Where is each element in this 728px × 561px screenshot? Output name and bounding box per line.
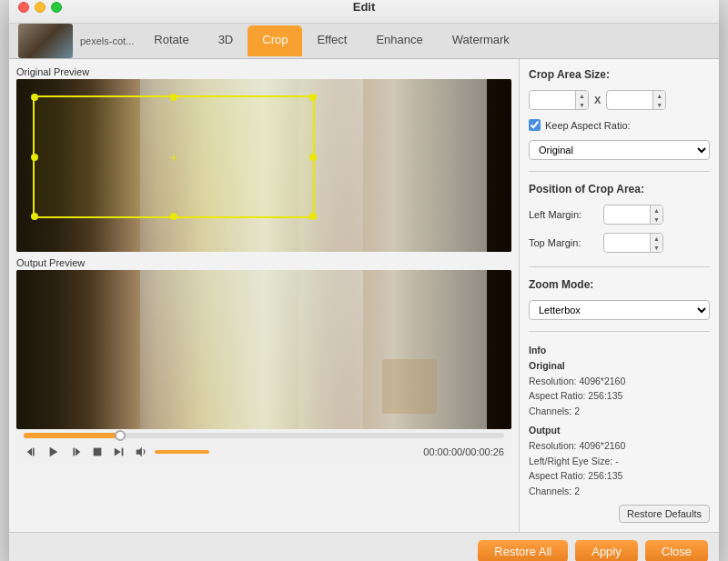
original-preview-section: Original Preview: [16, 66, 511, 252]
divider-1: [529, 171, 710, 172]
output-info-title: Output: [529, 423, 710, 438]
output-aspect: Aspect Ratio: 256:135: [529, 468, 710, 484]
progress-fill: [24, 433, 120, 438]
crop-height-down[interactable]: ▼: [653, 100, 665, 109]
crop-width-down[interactable]: ▼: [576, 100, 588, 109]
crop-handle-mr[interactable]: [309, 154, 317, 161]
left-margin-spinbox[interactable]: 889 ▲ ▼: [603, 205, 663, 225]
left-margin-label: Left Margin:: [529, 209, 598, 220]
left-margin-up[interactable]: ▲: [651, 205, 662, 215]
skip-end-button[interactable]: [111, 444, 127, 460]
tab-crop[interactable]: Crop: [248, 25, 302, 56]
crop-height-up[interactable]: ▲: [653, 91, 665, 100]
tab-3d[interactable]: 3D: [204, 25, 248, 56]
original-resolution: Resolution: 4096*2160: [529, 374, 710, 389]
tab-effect[interactable]: Effect: [302, 25, 361, 56]
svg-marker-3: [76, 448, 80, 456]
svg-marker-6: [115, 448, 121, 456]
time-display: 00:00:00/00:00:26: [423, 446, 504, 457]
crop-width-up[interactable]: ▲: [576, 91, 588, 100]
restore-defaults-button[interactable]: Restore Defaults: [619, 505, 710, 523]
main-content: Original Preview: [9, 59, 719, 532]
svg-marker-2: [50, 447, 58, 457]
apply-button[interactable]: Apply: [575, 540, 638, 561]
aspect-ratio-select[interactable]: Original: [529, 140, 710, 160]
crop-overlay: +: [33, 95, 315, 218]
thumbnail-label: pexels-cot...: [80, 35, 134, 46]
zoom-mode-select[interactable]: Letterbox: [529, 300, 710, 320]
original-preview-image: +: [16, 79, 511, 252]
stop-button[interactable]: [89, 444, 106, 460]
tab-rotate[interactable]: Rotate: [139, 25, 203, 56]
restore-all-button[interactable]: Restore All: [478, 540, 568, 561]
crop-width-input[interactable]: 3207: [530, 91, 575, 109]
minimize-button[interactable]: [35, 2, 46, 13]
left-margin-row: Left Margin: 889 ▲ ▼: [529, 205, 710, 225]
crop-area-size-title: Crop Area Size:: [529, 68, 710, 81]
crop-handle-ml[interactable]: [31, 154, 38, 161]
zoom-mode-title: Zoom Mode:: [529, 278, 710, 291]
left-margin-down[interactable]: ▼: [651, 215, 662, 224]
crop-handle-mt[interactable]: [170, 94, 177, 101]
svg-rect-5: [94, 448, 102, 456]
original-aspect: Aspect Ratio: 256:135: [529, 388, 710, 404]
preview-panel: Original Preview: [9, 59, 519, 532]
top-margin-label: Top Margin:: [529, 237, 598, 248]
crop-height-spinbox[interactable]: 1696 ▲ ▼: [606, 90, 666, 110]
original-channels: Channels: 2: [529, 404, 710, 419]
svg-rect-7: [122, 448, 124, 456]
progress-handle[interactable]: [115, 430, 126, 441]
skip-forward-button[interactable]: [67, 444, 84, 460]
top-margin-row: Top Margin: 464 ▲ ▼: [529, 233, 710, 253]
divider-3: [529, 331, 710, 332]
skip-back-button[interactable]: [24, 444, 40, 460]
tab-enhance[interactable]: Enhance: [361, 25, 437, 56]
svg-marker-0: [27, 448, 32, 456]
crop-height-input[interactable]: 1696: [607, 91, 652, 109]
tabs-bar: pexels-cot... Rotate 3D Crop Effect Enha…: [9, 24, 719, 59]
output-resolution: Resolution: 4096*2160: [529, 438, 710, 454]
x-separator: X: [594, 95, 601, 105]
crop-handle-tr[interactable]: [309, 94, 317, 101]
bottom-bar: Restore All Apply Close: [9, 532, 719, 561]
top-margin-down[interactable]: ▼: [651, 243, 662, 252]
output-preview-image: [16, 270, 511, 429]
progress-bar[interactable]: [24, 433, 504, 438]
output-channels: Channels: 2: [529, 484, 710, 499]
top-margin-input[interactable]: 464: [604, 234, 650, 252]
close-button[interactable]: Close: [645, 540, 708, 561]
original-preview-label: Original Preview: [16, 66, 511, 77]
output-preview-section: Output Preview: [16, 257, 511, 464]
svg-rect-4: [73, 448, 75, 456]
info-block: Info Original Resolution: 4096*2160 Aspe…: [529, 343, 710, 499]
thumbnail: [18, 24, 73, 58]
crop-handle-bl[interactable]: [31, 213, 38, 220]
play-button[interactable]: [46, 444, 62, 460]
original-info-title: Original: [529, 358, 710, 374]
tab-watermark[interactable]: Watermark: [438, 25, 524, 56]
crop-handle-tl[interactable]: [31, 94, 38, 101]
volume-icon[interactable]: [133, 444, 149, 460]
crop-size-row: 3207 ▲ ▼ X 1696 ▲ ▼: [529, 90, 710, 110]
window-title: Edit: [353, 0, 376, 14]
info-title: Info: [529, 343, 710, 358]
keep-aspect-checkbox[interactable]: [529, 119, 541, 131]
left-margin-input[interactable]: 889: [604, 205, 650, 224]
keep-aspect-row: Keep Aspect Ratio:: [529, 119, 710, 131]
top-margin-spinbox[interactable]: 464 ▲ ▼: [603, 233, 663, 253]
crop-center-icon: +: [170, 150, 177, 165]
maximize-button[interactable]: [51, 2, 62, 13]
video-controls: 00:00:00/00:00:26: [16, 429, 511, 464]
top-margin-up[interactable]: ▲: [651, 234, 662, 243]
traffic-lights: [18, 2, 62, 13]
controls-row: 00:00:00/00:00:26: [24, 444, 504, 460]
right-panel: Crop Area Size: 3207 ▲ ▼ X 1696 ▲ ▼: [519, 59, 719, 532]
svg-rect-1: [33, 448, 35, 456]
keep-aspect-label: Keep Aspect Ratio:: [545, 120, 631, 131]
volume-slider[interactable]: [155, 450, 209, 454]
crop-handle-mb[interactable]: [170, 213, 177, 220]
output-eye-size: Left/Right Eye Size: -: [529, 454, 710, 469]
crop-handle-br[interactable]: [309, 213, 317, 220]
close-window-button[interactable]: [18, 2, 29, 13]
crop-width-spinbox[interactable]: 3207 ▲ ▼: [529, 90, 589, 110]
